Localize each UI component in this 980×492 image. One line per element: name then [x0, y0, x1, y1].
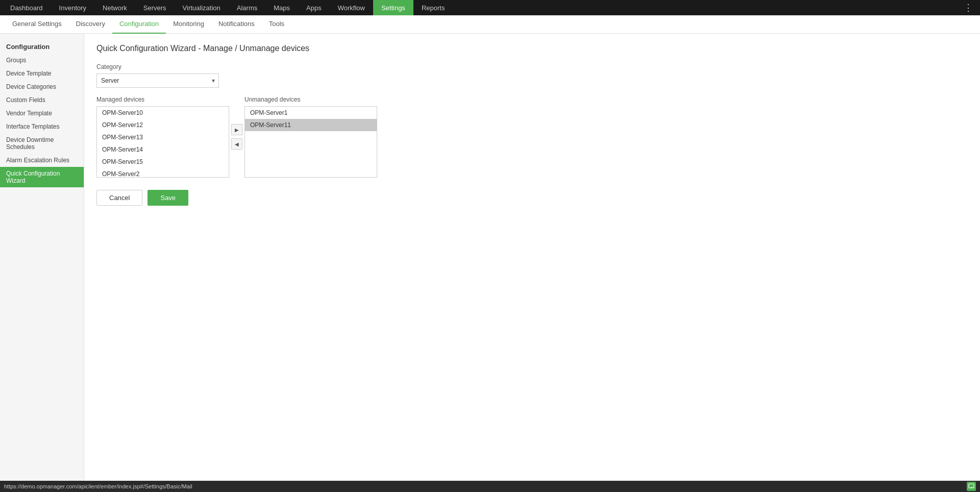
sidebar-item-groups[interactable]: Groups — [0, 54, 84, 67]
cancel-button[interactable]: Cancel — [96, 190, 142, 206]
subnav-general-settings[interactable]: General Settings — [5, 15, 69, 34]
list-item[interactable]: OPM-Server11 — [245, 119, 377, 131]
category-select-wrapper: Server Router Switch Firewall Desktop — [96, 73, 219, 88]
sidebar: Configuration Groups Device Template Dev… — [0, 34, 84, 492]
nav-workflow[interactable]: Workflow — [330, 0, 373, 15]
sidebar-item-device-downtime-schedules[interactable]: Device Downtime Schedules — [0, 133, 84, 154]
sub-nav: General Settings Discovery Configuration… — [0, 15, 980, 34]
subnav-tools[interactable]: Tools — [262, 15, 291, 34]
sidebar-item-device-template[interactable]: Device Template — [0, 67, 84, 80]
subnav-monitoring[interactable]: Monitoring — [166, 15, 211, 34]
nav-servers[interactable]: Servers — [135, 0, 175, 15]
unmanaged-devices-panel: Unmanaged devices OPM-Server1 OPM-Server… — [244, 96, 377, 178]
sidebar-item-alarm-escalation-rules[interactable]: Alarm Escalation Rules — [0, 154, 84, 167]
nav-network[interactable]: Network — [94, 0, 135, 15]
subnav-configuration[interactable]: Configuration — [112, 15, 166, 34]
managed-devices-panel: Managed devices OPM-Server10 OPM-Server1… — [96, 96, 229, 178]
status-bar: https://demo.opmanager.com/apiclient/emb… — [0, 481, 980, 492]
nav-apps[interactable]: Apps — [298, 0, 330, 15]
category-select[interactable]: Server Router Switch Firewall Desktop — [96, 73, 219, 88]
sidebar-item-vendor-template[interactable]: Vendor Template — [0, 107, 84, 120]
page-title: Quick Configuration Wizard - Manage / Un… — [96, 44, 968, 53]
list-item[interactable]: OPM-Server13 — [97, 131, 229, 143]
sidebar-item-quick-configuration-wizard[interactable]: Quick Configuration Wizard — [0, 167, 84, 187]
transfer-arrows: ▶ ◀ — [229, 96, 244, 167]
sidebar-item-custom-fields[interactable]: Custom Fields — [0, 93, 84, 107]
subnav-notifications[interactable]: Notifications — [211, 15, 262, 34]
managed-devices-label: Managed devices — [96, 96, 229, 103]
sidebar-title: Configuration — [0, 39, 84, 54]
nav-more-button[interactable]: ⋮ — [959, 2, 978, 13]
nav-dashboard[interactable]: Dashboard — [2, 0, 51, 15]
list-item[interactable]: OPM-Server2 — [97, 168, 229, 178]
nav-inventory[interactable]: Inventory — [51, 0, 94, 15]
chat-icon[interactable] — [967, 482, 976, 491]
list-item[interactable]: OPM-Server1 — [245, 107, 377, 119]
transfer-container: Managed devices OPM-Server10 OPM-Server1… — [96, 96, 968, 178]
top-nav: Dashboard Inventory Network Servers Virt… — [0, 0, 980, 15]
unmanaged-devices-label: Unmanaged devices — [244, 96, 377, 103]
sidebar-item-interface-templates[interactable]: Interface Templates — [0, 120, 84, 133]
button-row: Cancel Save — [96, 190, 968, 206]
nav-reports[interactable]: Reports — [413, 0, 453, 15]
subnav-discovery[interactable]: Discovery — [69, 15, 112, 34]
sidebar-item-device-categories[interactable]: Device Categories — [0, 80, 84, 93]
move-right-button[interactable]: ▶ — [231, 124, 242, 135]
layout: Configuration Groups Device Template Dev… — [0, 34, 980, 492]
unmanaged-devices-list[interactable]: OPM-Server1 OPM-Server11 — [244, 106, 377, 178]
list-item[interactable]: OPM-Server10 — [97, 107, 229, 119]
status-bar-url: https://demo.opmanager.com/apiclient/emb… — [4, 483, 192, 489]
save-button[interactable]: Save — [148, 190, 188, 206]
category-label: Category — [96, 63, 968, 70]
list-item[interactable]: OPM-Server15 — [97, 156, 229, 168]
list-item[interactable]: OPM-Server14 — [97, 143, 229, 156]
managed-devices-list[interactable]: OPM-Server10 OPM-Server12 OPM-Server13 O… — [96, 106, 229, 178]
move-left-button[interactable]: ◀ — [231, 138, 242, 150]
nav-settings[interactable]: Settings — [373, 0, 413, 15]
nav-alarms[interactable]: Alarms — [229, 0, 265, 15]
nav-virtualization[interactable]: Virtualization — [175, 0, 229, 15]
list-item[interactable]: OPM-Server12 — [97, 119, 229, 131]
nav-maps[interactable]: Maps — [265, 0, 298, 15]
main-content: Quick Configuration Wizard - Manage / Un… — [84, 34, 980, 492]
